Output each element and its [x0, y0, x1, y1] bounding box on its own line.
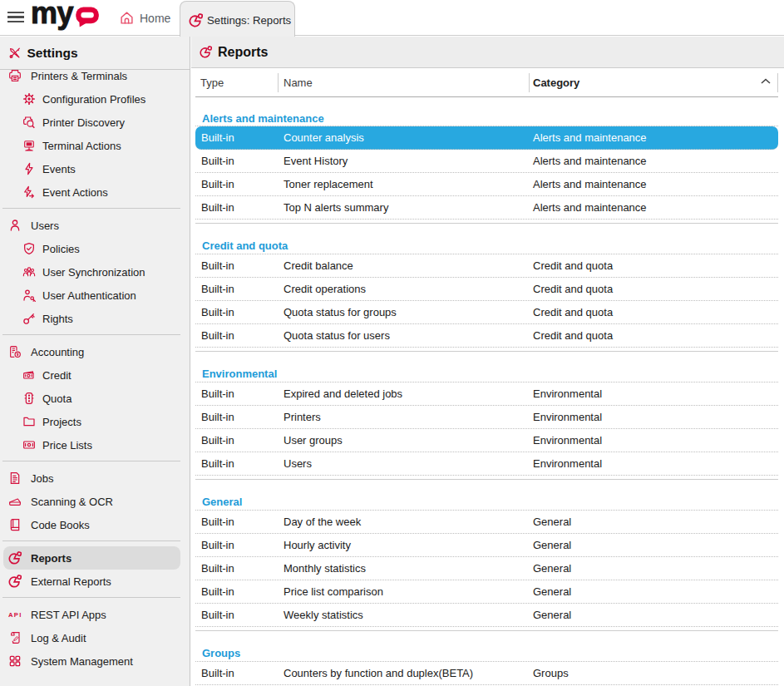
svg-text:API: API	[8, 611, 21, 619]
svg-text:my: my	[31, 0, 74, 30]
